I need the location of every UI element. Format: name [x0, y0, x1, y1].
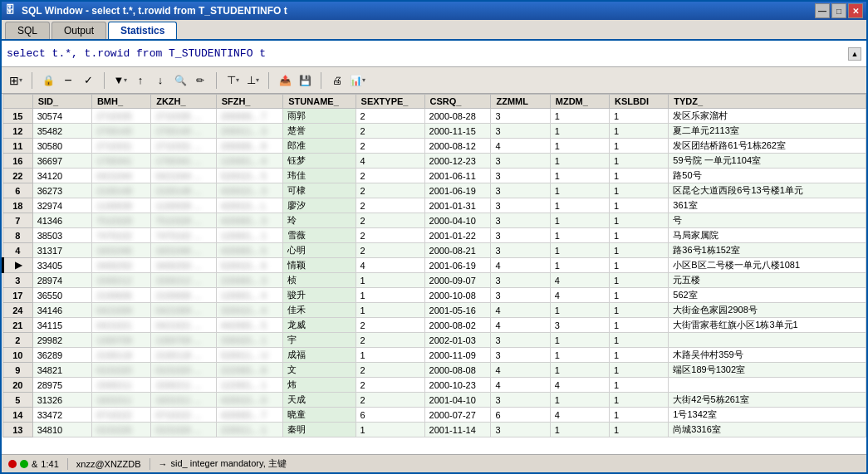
cell-kslbdi: 1 — [610, 288, 669, 303]
tab-output[interactable]: Output — [51, 22, 106, 39]
table-row[interactable]: 143347207102220710222 ...420000... 7晓童62… — [3, 408, 866, 423]
chart-button[interactable]: 📊 ▾ — [348, 71, 366, 90]
col-header-ZKZH_[interactable]: ZKZH_ — [151, 95, 216, 109]
cell-sextype: 1 — [356, 288, 424, 303]
table-row[interactable]: 103628921001182100118 ...520011... U成福12… — [3, 348, 866, 363]
col-header-SID_[interactable]: SID_ — [32, 95, 91, 109]
col-header-rn[interactable] — [3, 95, 33, 109]
export-button[interactable]: 📤 — [276, 71, 294, 90]
lock-button[interactable]: 🔒 — [39, 71, 57, 90]
cell-stuname: 成福 — [283, 348, 356, 363]
table-row[interactable]: 53132616010111601011 ...420010... 0天成220… — [3, 393, 866, 408]
table-row[interactable]: 32897415002121500212 ...220000... 3桢1200… — [3, 273, 866, 288]
cell-bmh: 1100939 — [91, 198, 150, 213]
cell-mzdm: 3 — [550, 318, 609, 333]
table-row[interactable]: 83850374701027470102 ...120001... 1雪薇220… — [3, 228, 866, 243]
cell-mzdm: 1 — [550, 169, 609, 183]
cell-mzdm: 1 — [550, 213, 609, 228]
cell-zzmml: 4 — [491, 303, 550, 318]
funnel-button[interactable]: ⊤ ▾ — [223, 71, 242, 90]
col-header-ZZMML[interactable]: ZZMML — [491, 95, 550, 109]
cell-kslbdi: 1 — [610, 139, 669, 154]
filter-button[interactable]: ▼ ▾ — [111, 71, 130, 90]
toolbar-group-view: ⊞ ▾ — [7, 71, 25, 90]
cell-zzmml: 3 — [491, 198, 550, 213]
col-header-SFZH_[interactable]: SFZH_ — [216, 95, 283, 109]
sort-desc-button[interactable]: ↓ — [151, 71, 169, 90]
sql-scroll-up[interactable]: ▲ — [848, 47, 861, 61]
table-row[interactable]: ▶3340534002503400250 ...520010... 6情颖420… — [3, 258, 866, 273]
row-number: 13 — [3, 423, 33, 437]
table-row[interactable]: 153057427103352710335 ...200008... 7雨郭22… — [3, 109, 866, 124]
table-row[interactable]: 74134675103287510328 ...420000... 3玲2200… — [3, 213, 866, 228]
minimize-button[interactable]: — — [815, 3, 830, 18]
col-header-BMH_[interactable]: BMH_ — [91, 95, 150, 109]
table-row[interactable]: 63627321001482100148 ...420010... 3可棣220… — [3, 183, 866, 198]
cell-sextype: 2 — [356, 363, 424, 378]
cell-sid: 34810 — [32, 423, 91, 437]
data-table-container[interactable]: SID_ BMH_ ZKZH_ SFZH_ STUNAME_ SEXTYPE_ … — [2, 94, 866, 454]
cell-zkzh: 0101026 ... — [151, 423, 216, 437]
cell-sid: 28974 — [32, 273, 91, 288]
cell-bmh: 0101026 — [91, 423, 150, 437]
table-row[interactable]: 93482101010200101020 ...222000... 8文2200… — [3, 363, 866, 378]
table-row[interactable]: 213411504210210421021 ...442000... 5龙威22… — [3, 318, 866, 333]
cell-bmh: 0421044 — [91, 169, 150, 183]
cell-bmh: 3400250 — [91, 258, 150, 273]
table-row[interactable]: 113058027103312710331 ...200008... 8郎准22… — [3, 139, 866, 154]
close-button[interactable]: ✕ — [848, 3, 863, 18]
cell-zzmml: 3 — [491, 228, 550, 243]
toolbar-sep-4 — [268, 72, 269, 89]
col-header-TYDZ_[interactable]: TYDZ_ — [669, 95, 866, 109]
table-row[interactable]: 223412004210440421044 ...520010... 5玮佳22… — [3, 169, 866, 183]
table-row[interactable]: 163669717003411700341 ...120001... 4钰梦42… — [3, 154, 866, 169]
search-button[interactable]: 🔍 — [171, 71, 189, 90]
cell-kslbdi: 1 — [610, 393, 669, 408]
cell-sid: 36289 — [32, 348, 91, 363]
save-button[interactable]: 💾 — [296, 71, 314, 90]
table-row[interactable]: 183297411009391100939 ...420010... L廖汐22… — [3, 198, 866, 213]
cell-sextype: 1 — [356, 303, 424, 318]
minus-button[interactable]: − — [59, 71, 77, 90]
cell-sextype: 1 — [356, 348, 424, 363]
table-row[interactable]: 22998213007091300709 ...330020... 1宇2200… — [3, 333, 866, 348]
cell-sfzh: 420000... 3 — [216, 213, 283, 228]
cell-zzmml: 4 — [491, 318, 550, 333]
cell-sfzh: 420000... 5 — [216, 243, 283, 258]
cell-zkzh: 1100939 ... — [151, 198, 216, 213]
table-row[interactable]: 133481001010260101026 ...220011... 1秦明12… — [3, 423, 866, 437]
col-header-KSLBDI[interactable]: KSLBDI — [610, 95, 669, 109]
funnel2-button[interactable]: ⊥ ▾ — [243, 71, 262, 90]
cell-kslbdi: 1 — [610, 378, 669, 393]
tab-statistics[interactable]: Statistics — [108, 22, 177, 39]
cell-csrq: 2000-11-09 — [424, 348, 491, 363]
col-header-MZDM_[interactable]: MZDM_ — [550, 95, 609, 109]
table-row[interactable]: 123548227001402700140 ...200011... 3楚誉22… — [3, 124, 866, 139]
table-row[interactable]: 202897515002111500211 ...122001... 1炜220… — [3, 378, 866, 393]
cell-sfzh: 330020... 1 — [216, 333, 283, 348]
grid-view-button[interactable]: ⊞ ▾ — [7, 71, 25, 90]
cell-mzdm: 1 — [550, 333, 609, 348]
tab-sql[interactable]: SQL — [5, 22, 50, 39]
cell-bmh: 0421009 — [91, 303, 150, 318]
cell-zzmml: 3 — [491, 183, 550, 198]
status-field: → sid_ integer mandatory, 主键 — [159, 457, 287, 470]
col-header-CSRQ_[interactable]: CSRQ_ — [424, 95, 491, 109]
row-number: 22 — [3, 169, 33, 183]
table-row[interactable]: 173655021006062100606 ...120001... 4骏升12… — [3, 288, 866, 303]
check-button[interactable]: ✓ — [79, 71, 97, 90]
table-row[interactable]: 243414604210090421009 ...320010... 4佳禾12… — [3, 303, 866, 318]
sort-asc-button[interactable]: ↑ — [131, 71, 150, 90]
pencil-button[interactable]: ✏ — [191, 71, 209, 90]
col-header-SEXTYPE_[interactable]: SEXTYPE_ — [356, 95, 424, 109]
row-number: 9 — [3, 363, 33, 378]
maximize-button[interactable]: □ — [831, 3, 846, 18]
cell-bmh: 7470102 — [91, 228, 150, 243]
cell-zzmml: 4 — [491, 363, 550, 378]
print-button[interactable]: 🖨 — [328, 71, 346, 90]
cell-zzmml: 4 — [491, 378, 550, 393]
cell-csrq: 2001-06-19 — [424, 258, 491, 273]
table-row[interactable]: 43131716010461601046 ...420000... 5心明220… — [3, 243, 866, 258]
cell-zkzh: 1601011 ... — [151, 393, 216, 408]
col-header-STUNAME_[interactable]: STUNAME_ — [283, 95, 356, 109]
